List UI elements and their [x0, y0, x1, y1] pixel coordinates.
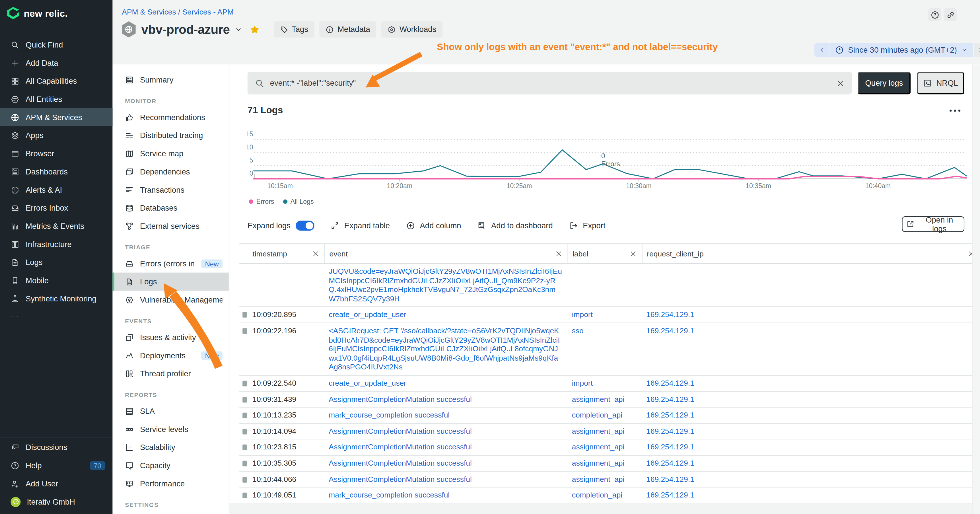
- cell-event[interactable]: create_or_update_user: [325, 307, 567, 323]
- workloads-button[interactable]: Workloads: [381, 21, 442, 38]
- add-to-dashboard-button[interactable]: Add to dashboard: [477, 221, 553, 230]
- subnav-item-summary[interactable]: Summary: [112, 71, 229, 89]
- remove-column-icon[interactable]: [555, 250, 562, 257]
- cell-label[interactable]: assignment_api: [567, 424, 642, 439]
- cell-label[interactable]: assignment_api: [567, 456, 642, 471]
- cell-label[interactable]: import: [567, 376, 642, 391]
- cell-event[interactable]: AssignmentCompletionMutation successful: [325, 391, 567, 407]
- cell-label[interactable]: assignment_api: [567, 472, 642, 487]
- log-row[interactable]: 10:10:14.094AssignmentCompletionMutation…: [239, 424, 980, 440]
- cell-label[interactable]: [567, 264, 642, 307]
- cell-label[interactable]: completion_api: [567, 487, 642, 503]
- cell-request-client-ip[interactable]: [642, 264, 980, 307]
- sidebar-item-add-data[interactable]: Add Data: [0, 54, 112, 72]
- subnav-item-thread-profiler[interactable]: Thread profiler: [112, 364, 229, 383]
- cell-event[interactable]: create_or_update_user: [325, 376, 567, 391]
- time-forward-button[interactable]: [974, 43, 980, 57]
- log-row[interactable]: 10:10:23.815AssignmentCompletionMutation…: [239, 440, 980, 456]
- breadcrumb-apm-services[interactable]: APM & Services: [122, 7, 176, 16]
- cell-event[interactable]: AssignmentCompletionMutation successful: [325, 456, 567, 471]
- metadata-button[interactable]: Metadata: [320, 21, 377, 38]
- cell-request-client-ip[interactable]: 169.254.129.1: [642, 424, 980, 439]
- subnav-item-errors-errors-inb[interactable]: Errors (errors inb...New: [112, 255, 229, 273]
- sidebar-item-synthetic-monitoring[interactable]: Synthetic Monitoring: [0, 290, 112, 308]
- tags-button[interactable]: Tags: [274, 21, 315, 38]
- log-row[interactable]: 10:10:13.235mark_course_completion succe…: [239, 407, 980, 423]
- cell-event[interactable]: JUQVU&code=eyJraWQiOiJjcGltY29yZV8wOTI1M…: [325, 264, 567, 307]
- log-query-bar[interactable]: event:* -"label":"security": [248, 72, 852, 94]
- cell-request-client-ip[interactable]: 169.254.129.1: [642, 440, 980, 455]
- sidebar-item-add-user[interactable]: Add User: [0, 474, 112, 493]
- cell-request-client-ip[interactable]: 169.254.129.1: [642, 472, 980, 487]
- breadcrumb-services-apm[interactable]: Services - APM: [182, 7, 234, 16]
- expand-table-button[interactable]: Expand table: [330, 221, 390, 230]
- sidebar-item-apps[interactable]: Apps: [0, 126, 112, 145]
- open-in-logs-button[interactable]: Open in logs: [902, 216, 964, 232]
- log-row[interactable]: 10:09:31.439AssignmentCompletionMutation…: [239, 391, 980, 407]
- cell-label[interactable]: sso: [567, 323, 642, 375]
- subnav-item-recommendations[interactable]: Recommendations: [112, 108, 229, 126]
- export-button[interactable]: Export: [569, 221, 606, 230]
- sidebar-item-dashboards[interactable]: Dashboards: [0, 162, 112, 181]
- help-button[interactable]: [928, 8, 941, 21]
- subnav-item-logs[interactable]: Logs: [112, 273, 229, 291]
- nrql-button[interactable]: NRQL: [917, 72, 964, 94]
- subnav-item-dependencies[interactable]: Dependencies: [112, 162, 229, 181]
- subnav-item-distributed-tracing[interactable]: Distributed tracing: [112, 126, 229, 145]
- cell-request-client-ip[interactable]: 169.254.129.1: [642, 456, 980, 471]
- clear-query-icon[interactable]: [836, 79, 845, 88]
- new-relic-logo[interactable]: new relic.: [6, 6, 68, 20]
- query-input[interactable]: event:* -"label":"security": [270, 79, 830, 88]
- cell-request-client-ip[interactable]: 169.254.129.1: [642, 391, 980, 407]
- sidebar-item-apm-services[interactable]: APM & Services: [0, 108, 112, 126]
- sidebar-item-logs[interactable]: Logs: [0, 253, 112, 272]
- log-row[interactable]: 10:09:22.540create_or_update_userimport1…: [239, 376, 980, 391]
- sidebar-item-help[interactable]: Help70: [0, 456, 112, 474]
- subnav-item-issues-activity[interactable]: Issues & activity: [112, 328, 229, 346]
- cell-event[interactable]: AssignmentCompletionMutation successful: [325, 440, 567, 455]
- cell-event[interactable]: <ASGIRequest: GET '/sso/callback/?state=…: [325, 323, 567, 375]
- subnav-item-service-map[interactable]: Service map: [112, 144, 229, 162]
- sidebar-item-more[interactable]: [0, 308, 112, 326]
- sidebar-item-errors-inbox[interactable]: Errors Inbox: [0, 199, 112, 217]
- permalink-button[interactable]: [944, 8, 957, 21]
- panel-menu-button[interactable]: [948, 106, 963, 116]
- cell-label[interactable]: import: [567, 307, 642, 323]
- log-row[interactable]: 10:09:22.196<ASGIRequest: GET '/sso/call…: [239, 323, 980, 376]
- log-row[interactable]: 10:09:20.895create_or_update_userimport1…: [239, 307, 980, 323]
- time-range-dropdown[interactable]: Since 30 minutes ago (GMT+2): [829, 43, 973, 57]
- subnav-item-performance[interactable]: Performance: [112, 474, 229, 493]
- add-column-button[interactable]: Add column: [406, 221, 461, 230]
- subnav-item-deployments[interactable]: DeploymentsNew: [112, 346, 229, 364]
- title-chevron-down-icon[interactable]: [235, 26, 242, 33]
- subnav-item-sla[interactable]: SLA: [112, 402, 229, 420]
- sidebar-item-iterativ-gmbh[interactable]: Iterativ GmbH: [0, 493, 112, 511]
- subnav-item-external-services[interactable]: External services: [112, 217, 229, 235]
- subnav-item-vulnerability-management[interactable]: Vulnerability Management: [112, 291, 229, 309]
- log-row[interactable]: 10:10:35.305AssignmentCompletionMutation…: [239, 456, 980, 472]
- subnav-item-scalability[interactable]: Scalability: [112, 438, 229, 457]
- cell-event[interactable]: AssignmentCompletionMutation successful: [325, 472, 567, 487]
- remove-column-icon[interactable]: [630, 250, 637, 257]
- cell-request-client-ip[interactable]: 169.254.129.1: [642, 323, 980, 375]
- legend-item-all-logs[interactable]: All Logs: [283, 197, 313, 205]
- subnav-item-capacity[interactable]: Capacity: [112, 456, 229, 474]
- sidebar-item-metrics-events[interactable]: Metrics & Events: [0, 217, 112, 235]
- sidebar-item-infrastructure[interactable]: Infrastructure: [0, 235, 112, 253]
- cell-request-client-ip[interactable]: 169.254.129.1: [642, 307, 980, 323]
- cell-request-client-ip[interactable]: 169.254.129.1: [642, 487, 980, 503]
- sidebar-item-all-capabilities[interactable]: All Capabilities: [0, 72, 112, 90]
- vertical-scrollbar[interactable]: [972, 64, 980, 514]
- cell-label[interactable]: assignment_api: [567, 391, 642, 407]
- query-logs-button[interactable]: Query logs: [858, 72, 911, 94]
- expand-logs-toggle[interactable]: [295, 221, 314, 231]
- log-row[interactable]: 10:10:44.066AssignmentCompletionMutation…: [239, 472, 980, 487]
- log-row[interactable]: 10:10:49.051mark_course_completion succe…: [239, 487, 980, 503]
- sidebar-item-discussions[interactable]: Discussions: [0, 438, 112, 457]
- subnav-item-transactions[interactable]: Transactions: [112, 181, 229, 199]
- log-row[interactable]: JUQVU&code=eyJraWQiOiJjcGltY29yZV8wOTI1M…: [239, 264, 980, 307]
- cell-event[interactable]: mark_course_completion successful: [325, 487, 567, 503]
- cell-request-client-ip[interactable]: 169.254.129.1: [642, 376, 980, 391]
- time-back-button[interactable]: [815, 43, 829, 57]
- cell-event[interactable]: mark_course_completion successful: [325, 407, 567, 423]
